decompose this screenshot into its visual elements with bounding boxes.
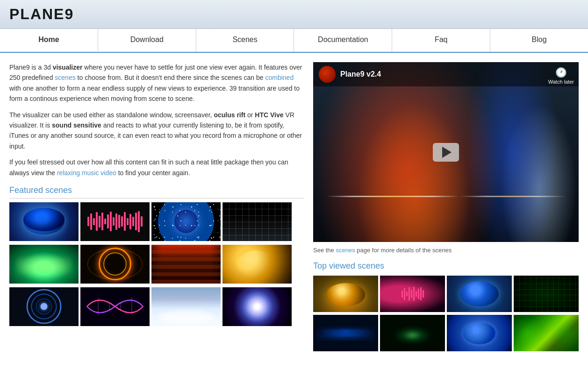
- scene-thumb-clouds[interactable]: [151, 287, 221, 326]
- relaxing-link[interactable]: relaxing music video: [57, 169, 116, 177]
- scene-thumb-orange-circles[interactable]: [80, 245, 150, 284]
- top-thumb-3[interactable]: [447, 276, 512, 312]
- top-thumb-2[interactable]: [380, 276, 445, 312]
- play-button[interactable]: [433, 143, 459, 162]
- intro-paragraph: Plane9 is a 3d visualizer where you neve…: [9, 62, 304, 178]
- watch-later-label: Watch later: [548, 79, 574, 85]
- scene-thumb-grid[interactable]: [222, 202, 292, 241]
- top-thumb-5[interactable]: [313, 315, 378, 351]
- scene-thumb-stars[interactable]: [151, 202, 221, 241]
- nav-documentation[interactable]: Documentation: [294, 29, 392, 52]
- video-title: Plane9 v2.4: [340, 70, 381, 78]
- play-icon: [442, 147, 452, 158]
- scene-thumb-burst[interactable]: [222, 287, 292, 326]
- scenes-link-1[interactable]: scenes: [55, 74, 75, 81]
- right-column: Plane9 v2.4 🕐 Watch later See the scenes…: [313, 62, 579, 354]
- nav-scenes[interactable]: Scenes: [196, 29, 294, 52]
- top-thumb-6[interactable]: [380, 315, 445, 351]
- main-content: Plane9 is a 3d visualizer where you neve…: [0, 53, 588, 363]
- top-thumb-7[interactable]: [447, 315, 512, 351]
- scenes-link-2[interactable]: scenes: [336, 247, 355, 254]
- nav-download[interactable]: Download: [98, 29, 196, 52]
- featured-title: Featured scenes: [9, 185, 304, 199]
- top-viewed-row-1: [313, 276, 579, 312]
- see-scenes-text: See the scenes page for more details of …: [313, 247, 579, 254]
- video-container[interactable]: Plane9 v2.4 🕐 Watch later: [313, 62, 579, 242]
- scene-thumb-dna[interactable]: [80, 287, 150, 326]
- nav-faq[interactable]: Faq: [392, 29, 490, 52]
- scene-thumb-gold-sphere[interactable]: [222, 245, 292, 284]
- watch-later[interactable]: 🕐 Watch later: [548, 67, 574, 85]
- scene-thumb-earth[interactable]: [9, 202, 79, 241]
- top-viewed-row-2: [313, 315, 579, 351]
- nav-home[interactable]: Home: [0, 29, 98, 52]
- clock-icon: 🕐: [555, 67, 567, 78]
- scene-thumb-red-corridor[interactable]: [151, 245, 221, 284]
- navigation: Home Download Scenes Documentation Faq B…: [0, 29, 588, 53]
- top-thumb-1[interactable]: [313, 276, 378, 312]
- combined-link[interactable]: combined: [265, 74, 294, 81]
- scene-thumb-green-nebula[interactable]: [9, 245, 79, 284]
- top-thumb-8[interactable]: [514, 315, 579, 351]
- featured-row-2: [9, 245, 304, 284]
- header: PLANE9: [0, 0, 588, 29]
- video-frame: Plane9 v2.4 🕐 Watch later: [313, 62, 579, 242]
- scene-thumb-blue-rings[interactable]: [9, 287, 79, 326]
- featured-row-3: [9, 287, 304, 326]
- logo[interactable]: PLANE9: [9, 6, 579, 23]
- video-avatar: [319, 66, 336, 83]
- nav-blog[interactable]: Blog: [490, 29, 588, 52]
- left-column: Plane9 is a 3d visualizer where you neve…: [9, 62, 304, 354]
- top-thumb-4[interactable]: [514, 276, 579, 312]
- scene-thumb-waveform[interactable]: [80, 202, 150, 241]
- video-title-bar: Plane9 v2.4: [313, 62, 579, 86]
- top-viewed-title: Top viewed scenes: [313, 261, 579, 271]
- featured-row-1: [9, 202, 304, 241]
